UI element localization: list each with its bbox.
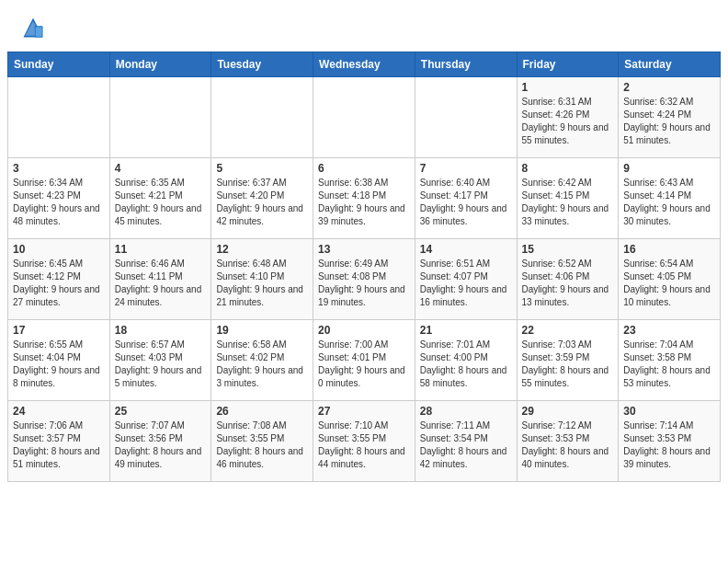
calendar-table: SundayMondayTuesdayWednesdayThursdayFrid… xyxy=(7,52,721,482)
day-info: Sunrise: 6:45 AM Sunset: 4:12 PM Dayligh… xyxy=(13,258,105,309)
calendar-cell: 9Sunrise: 6:43 AM Sunset: 4:14 PM Daylig… xyxy=(619,158,721,239)
day-number: 23 xyxy=(623,324,715,337)
calendar-cell: 6Sunrise: 6:38 AM Sunset: 4:18 PM Daylig… xyxy=(313,158,415,239)
calendar-cell: 27Sunrise: 7:10 AM Sunset: 3:55 PM Dayli… xyxy=(313,401,415,482)
day-number: 7 xyxy=(420,162,512,175)
day-info: Sunrise: 7:10 AM Sunset: 3:55 PM Dayligh… xyxy=(318,419,410,471)
day-info: Sunrise: 6:37 AM Sunset: 4:20 PM Dayligh… xyxy=(216,177,308,228)
day-info: Sunrise: 6:52 AM Sunset: 4:06 PM Dayligh… xyxy=(522,258,614,309)
day-info: Sunrise: 7:12 AM Sunset: 3:53 PM Dayligh… xyxy=(522,419,614,471)
column-header-sunday: Sunday xyxy=(8,52,110,77)
day-number: 6 xyxy=(318,162,410,175)
day-number: 21 xyxy=(420,324,512,337)
calendar-cell xyxy=(211,77,313,158)
day-number: 20 xyxy=(318,324,410,337)
calendar-cell: 2Sunrise: 6:32 AM Sunset: 4:24 PM Daylig… xyxy=(619,77,721,158)
calendar-cell: 1Sunrise: 6:31 AM Sunset: 4:26 PM Daylig… xyxy=(517,77,619,158)
day-number: 28 xyxy=(420,405,512,418)
day-info: Sunrise: 7:08 AM Sunset: 3:55 PM Dayligh… xyxy=(216,419,308,471)
day-info: Sunrise: 6:55 AM Sunset: 4:04 PM Dayligh… xyxy=(13,339,105,390)
day-info: Sunrise: 7:07 AM Sunset: 3:56 PM Dayligh… xyxy=(115,419,207,471)
day-number: 22 xyxy=(522,324,614,337)
day-number: 1 xyxy=(522,81,614,94)
day-number: 27 xyxy=(318,405,410,418)
calendar-cell: 15Sunrise: 6:52 AM Sunset: 4:06 PM Dayli… xyxy=(517,239,619,320)
day-info: Sunrise: 6:43 AM Sunset: 4:14 PM Dayligh… xyxy=(623,177,715,228)
day-info: Sunrise: 7:06 AM Sunset: 3:57 PM Dayligh… xyxy=(13,419,105,471)
day-number: 30 xyxy=(623,405,715,418)
calendar-cell xyxy=(109,77,211,158)
calendar-cell: 12Sunrise: 6:48 AM Sunset: 4:10 PM Dayli… xyxy=(211,239,313,320)
logo-icon xyxy=(20,15,46,40)
day-info: Sunrise: 7:01 AM Sunset: 4:00 PM Dayligh… xyxy=(420,339,512,390)
day-number: 11 xyxy=(115,243,207,256)
column-header-saturday: Saturday xyxy=(619,52,721,77)
day-info: Sunrise: 6:48 AM Sunset: 4:10 PM Dayligh… xyxy=(216,258,308,309)
day-number: 17 xyxy=(13,324,105,337)
day-number: 3 xyxy=(13,162,105,175)
day-info: Sunrise: 6:35 AM Sunset: 4:21 PM Dayligh… xyxy=(115,177,207,228)
column-header-tuesday: Tuesday xyxy=(211,52,313,77)
calendar-cell: 25Sunrise: 7:07 AM Sunset: 3:56 PM Dayli… xyxy=(109,401,211,482)
calendar-cell: 4Sunrise: 6:35 AM Sunset: 4:21 PM Daylig… xyxy=(109,158,211,239)
day-info: Sunrise: 6:57 AM Sunset: 4:03 PM Dayligh… xyxy=(115,339,207,390)
calendar-cell: 8Sunrise: 6:42 AM Sunset: 4:15 PM Daylig… xyxy=(517,158,619,239)
calendar-cell: 30Sunrise: 7:14 AM Sunset: 3:53 PM Dayli… xyxy=(619,401,721,482)
day-number: 12 xyxy=(216,243,308,256)
calendar-cell: 17Sunrise: 6:55 AM Sunset: 4:04 PM Dayli… xyxy=(8,320,110,401)
week-row-5: 24Sunrise: 7:06 AM Sunset: 3:57 PM Dayli… xyxy=(8,401,721,482)
day-info: Sunrise: 6:46 AM Sunset: 4:11 PM Dayligh… xyxy=(115,258,207,309)
calendar-header-row: SundayMondayTuesdayWednesdayThursdayFrid… xyxy=(8,52,721,77)
calendar-cell xyxy=(313,77,415,158)
calendar-cell: 20Sunrise: 7:00 AM Sunset: 4:01 PM Dayli… xyxy=(313,320,415,401)
calendar-cell: 14Sunrise: 6:51 AM Sunset: 4:07 PM Dayli… xyxy=(415,239,517,320)
day-number: 13 xyxy=(318,243,410,256)
day-number: 29 xyxy=(522,405,614,418)
logo xyxy=(18,15,50,44)
day-info: Sunrise: 6:58 AM Sunset: 4:02 PM Dayligh… xyxy=(216,339,308,390)
day-info: Sunrise: 6:31 AM Sunset: 4:26 PM Dayligh… xyxy=(522,96,614,147)
week-row-1: 1Sunrise: 6:31 AM Sunset: 4:26 PM Daylig… xyxy=(8,77,721,158)
day-info: Sunrise: 7:11 AM Sunset: 3:54 PM Dayligh… xyxy=(420,419,512,471)
svg-rect-3 xyxy=(36,27,42,37)
column-header-thursday: Thursday xyxy=(415,52,517,77)
column-header-wednesday: Wednesday xyxy=(313,52,415,77)
day-info: Sunrise: 6:42 AM Sunset: 4:15 PM Dayligh… xyxy=(522,177,614,228)
page-header xyxy=(0,0,728,52)
calendar-cell: 16Sunrise: 6:54 AM Sunset: 4:05 PM Dayli… xyxy=(619,239,721,320)
day-info: Sunrise: 7:04 AM Sunset: 3:58 PM Dayligh… xyxy=(623,339,715,390)
day-info: Sunrise: 6:34 AM Sunset: 4:23 PM Dayligh… xyxy=(13,177,105,228)
day-info: Sunrise: 6:38 AM Sunset: 4:18 PM Dayligh… xyxy=(318,177,410,228)
day-info: Sunrise: 6:51 AM Sunset: 4:07 PM Dayligh… xyxy=(420,258,512,309)
calendar-cell: 21Sunrise: 7:01 AM Sunset: 4:00 PM Dayli… xyxy=(415,320,517,401)
day-number: 26 xyxy=(216,405,308,418)
calendar-cell: 7Sunrise: 6:40 AM Sunset: 4:17 PM Daylig… xyxy=(415,158,517,239)
calendar-cell: 23Sunrise: 7:04 AM Sunset: 3:58 PM Dayli… xyxy=(619,320,721,401)
day-number: 9 xyxy=(623,162,715,175)
calendar-cell: 10Sunrise: 6:45 AM Sunset: 4:12 PM Dayli… xyxy=(8,239,110,320)
day-number: 8 xyxy=(522,162,614,175)
calendar-cell: 11Sunrise: 6:46 AM Sunset: 4:11 PM Dayli… xyxy=(109,239,211,320)
day-number: 18 xyxy=(115,324,207,337)
calendar-cell: 26Sunrise: 7:08 AM Sunset: 3:55 PM Dayli… xyxy=(211,401,313,482)
calendar-cell xyxy=(415,77,517,158)
calendar-cell: 22Sunrise: 7:03 AM Sunset: 3:59 PM Dayli… xyxy=(517,320,619,401)
day-number: 15 xyxy=(522,243,614,256)
calendar-cell: 5Sunrise: 6:37 AM Sunset: 4:20 PM Daylig… xyxy=(211,158,313,239)
day-info: Sunrise: 6:32 AM Sunset: 4:24 PM Dayligh… xyxy=(623,96,715,147)
day-number: 24 xyxy=(13,405,105,418)
calendar-cell: 19Sunrise: 6:58 AM Sunset: 4:02 PM Dayli… xyxy=(211,320,313,401)
day-number: 25 xyxy=(115,405,207,418)
day-info: Sunrise: 6:54 AM Sunset: 4:05 PM Dayligh… xyxy=(623,258,715,309)
day-info: Sunrise: 6:40 AM Sunset: 4:17 PM Dayligh… xyxy=(420,177,512,228)
calendar-cell: 28Sunrise: 7:11 AM Sunset: 3:54 PM Dayli… xyxy=(415,401,517,482)
day-info: Sunrise: 7:00 AM Sunset: 4:01 PM Dayligh… xyxy=(318,339,410,390)
week-row-3: 10Sunrise: 6:45 AM Sunset: 4:12 PM Dayli… xyxy=(8,239,721,320)
calendar-cell: 3Sunrise: 6:34 AM Sunset: 4:23 PM Daylig… xyxy=(8,158,110,239)
column-header-monday: Monday xyxy=(109,52,211,77)
day-number: 14 xyxy=(420,243,512,256)
day-number: 19 xyxy=(216,324,308,337)
calendar-cell: 24Sunrise: 7:06 AM Sunset: 3:57 PM Dayli… xyxy=(8,401,110,482)
calendar-cell: 18Sunrise: 6:57 AM Sunset: 4:03 PM Dayli… xyxy=(109,320,211,401)
day-number: 2 xyxy=(623,81,715,94)
